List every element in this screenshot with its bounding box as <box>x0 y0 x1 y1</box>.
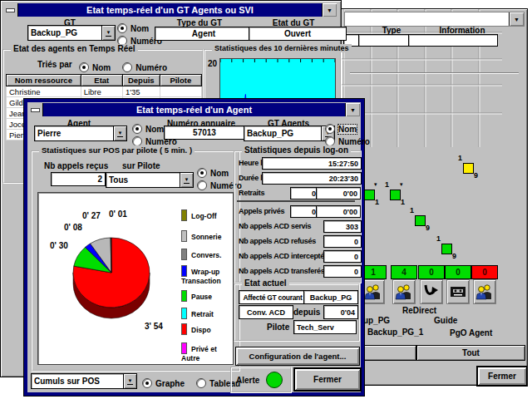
table-row[interactable]: ChristineLibre1'35 <box>7 86 202 97</box>
table-header[interactable]: Pilote <box>160 75 201 86</box>
sort-label: Triés par <box>37 60 72 69</box>
agent-window-title: Etat temps-réel d'un Agent <box>136 105 252 115</box>
stat-label: Nb appels ACD servis <box>239 222 311 230</box>
flow-node[interactable]: 1▾1 <box>364 190 375 200</box>
pilot-counter: 0 <box>471 265 498 279</box>
dropdown-arrow-icon[interactable]: ▼ <box>113 126 126 140</box>
table-header[interactable]: Depuis <box>122 75 160 86</box>
agent-combobox[interactable]: Pierre ▼ <box>34 126 127 141</box>
gt-combobox-value: Backup_PG <box>28 28 101 37</box>
divider <box>350 72 519 74</box>
flow-node[interactable]: 19 <box>415 215 426 226</box>
legend-item: Log-Off <box>181 209 229 221</box>
minimize-icon[interactable]: ▼ <box>345 103 360 116</box>
node-count-bottom: 9 <box>474 171 478 180</box>
window-pilots-overview: ▼ Type Information Tout Fermer 1▾11▾1191… <box>341 8 528 386</box>
legend-swatch-icon <box>181 209 187 221</box>
table-header[interactable]: Nom ressource <box>7 75 81 86</box>
node-count-bottom: 1 <box>375 198 379 206</box>
etat-du-gt-value: Ouvert <box>249 27 347 41</box>
legend-item: Dispo <box>181 323 229 335</box>
radio-label: Nom <box>210 169 229 178</box>
radio-label: Nom <box>92 63 111 72</box>
flow-node[interactable]: 19 <box>441 244 452 254</box>
radio-nom[interactable]: Nom <box>325 124 370 136</box>
cumuls-combobox[interactable]: Cumuls sur POS ▼ <box>31 373 137 389</box>
pilot-counter: 4 <box>391 265 417 279</box>
pilot-label-redirect[interactable]: ReDirect <box>402 306 436 315</box>
node-count-bottom: 1 <box>401 198 405 206</box>
legend-swatch-icon <box>181 323 187 335</box>
numero-annuaire-value[interactable]: 57013 <box>164 126 245 140</box>
minimize-icon[interactable]: ▼ <box>509 12 524 26</box>
etat-agent-value: Conv. ACD <box>239 305 293 319</box>
agents-icon[interactable] <box>362 279 385 304</box>
guide-icon[interactable] <box>446 279 470 304</box>
pos-stats-group: Statistiques sur POS par pilote ( 5 min.… <box>31 150 240 372</box>
gt-combobox[interactable]: Backup_PG ▼ <box>27 25 116 41</box>
dropdown-arrow-icon[interactable]: ▼ <box>123 374 136 388</box>
table-cell <box>160 86 201 97</box>
gt-agents-combobox-value: Backup_PG <box>244 129 321 138</box>
legend-item: Pause <box>181 290 229 302</box>
stat-value: 20:23'30 <box>262 172 362 185</box>
configuration-agent-button[interactable]: Configuration de l'agent... <box>235 347 360 366</box>
redirect-icon[interactable] <box>420 279 443 304</box>
pie-value-label: 3' 54 <box>145 322 163 331</box>
stat-label: Retraits <box>239 189 264 197</box>
flow-node[interactable]: 1▾1 <box>390 190 401 200</box>
pilote-combobox-value: Tous <box>106 175 180 185</box>
sort-radios: NomNuméro <box>79 59 179 74</box>
radio-circle-icon <box>122 62 132 72</box>
pilot-label-guide[interactable]: Guide <box>434 316 457 325</box>
legend-swatch-icon <box>181 290 187 302</box>
node-count-bottom: 9 <box>452 252 456 260</box>
radio-circle-icon <box>142 378 152 388</box>
radio-circle-icon <box>197 180 207 190</box>
radio-label: Numéro <box>135 63 167 72</box>
fermer-button[interactable]: Fermer <box>293 367 362 392</box>
system-menu-icon[interactable] <box>28 103 43 116</box>
depuis-value: 0'04 <box>323 305 358 319</box>
pilots-window-titlebar[interactable]: ▼ <box>344 12 525 27</box>
table-cell: Christine <box>7 86 81 97</box>
radio-circle-icon <box>325 124 335 134</box>
pos-stats-title: Statistiques sur POS par pilote ( 5 min.… <box>39 145 195 155</box>
desktop: ▼ Type Information Tout Fermer 1▾11▾1191… <box>0 0 532 399</box>
alerte-label: Alerte <box>236 376 259 385</box>
minimize-icon[interactable]: ▼ <box>322 3 337 17</box>
node-count-top: 1 <box>410 206 414 214</box>
table-header[interactable]: Etat <box>81 75 122 86</box>
stat-label: Nb appels ACD refusés <box>239 237 316 245</box>
stats-10min-title: Statistiques des 10 dernières minutes <box>212 44 352 52</box>
panel-header-tout[interactable]: Tout <box>416 345 525 361</box>
dropdown-arrow-icon[interactable]: ▼ <box>180 173 193 187</box>
stat-value: 0 <box>323 265 362 278</box>
legend-item: Sonnerie <box>181 230 229 242</box>
flow-node[interactable]: 19 <box>463 163 474 174</box>
stat-value: 0 <box>323 235 362 248</box>
system-menu-icon[interactable] <box>3 3 18 17</box>
agents-icon[interactable] <box>473 279 496 304</box>
fermer-button[interactable]: Fermer <box>476 366 528 387</box>
gt-window-titlebar[interactable]: Etat temps-réel d'un GT Agents ou SVI ▼ <box>3 3 337 17</box>
pilot-label-backup-pg-1[interactable]: Backup_PG_1 <box>367 328 423 337</box>
agent-window-titlebar[interactable]: Etat temps-réel d'un Agent ▼ <box>28 103 360 116</box>
pilot-label-pgo-agent[interactable]: PgO Agent <box>450 328 492 337</box>
pilote-combobox[interactable]: Tous ▼ <box>106 172 194 188</box>
stat-label: Nb appels ACD transferés <box>239 267 325 275</box>
dropdown-arrow-icon[interactable]: ▼ <box>101 26 115 40</box>
node-count-top: 1 <box>458 154 462 162</box>
legend-swatch-icon <box>181 308 187 319</box>
radio-numéro[interactable]: Numéro <box>122 62 167 72</box>
radio-label: Graphe <box>155 379 185 388</box>
radio-nom[interactable]: Nom <box>79 62 111 72</box>
radio-graphe[interactable]: Graphe <box>142 378 185 388</box>
pie-value-label: 0' 27 <box>82 211 101 220</box>
stat-value: 0'00 <box>316 205 361 218</box>
depuis-label: depuis <box>293 308 320 317</box>
gt-agents-combobox[interactable]: Backup_PG ▼ <box>244 126 335 141</box>
sur-pilote-label: sur Pilote <box>122 161 160 170</box>
agents-icon[interactable] <box>392 279 416 304</box>
stat-value: 0'00 <box>316 187 361 200</box>
